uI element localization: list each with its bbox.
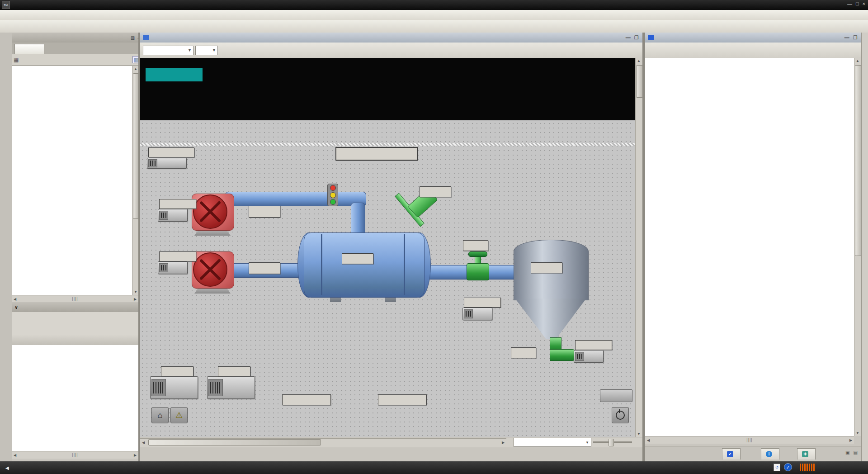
hmi-button-drain-2[interactable] xyxy=(574,350,604,363)
scrollbar-grip[interactable]: |||| xyxy=(72,297,78,301)
hmi-label-mixer[interactable] xyxy=(420,186,451,197)
scroll-left-icon[interactable]: ◀ xyxy=(12,453,18,457)
tab-diagnostics[interactable]: ✚ xyxy=(797,448,816,460)
hmi-label-valve1[interactable] xyxy=(463,240,488,251)
close-icon[interactable]: × xyxy=(863,1,865,6)
canvas-vscrollbar[interactable]: ▲ ▼ xyxy=(635,58,643,437)
zoom-slider-thumb[interactable] xyxy=(609,439,614,446)
tab-info[interactable]: i xyxy=(761,448,779,460)
hmi-button-system-switch[interactable] xyxy=(150,376,198,399)
scroll-right-icon[interactable]: ▶ xyxy=(132,453,138,457)
scrollbar-thumb[interactable] xyxy=(636,65,643,98)
main-toolbar xyxy=(0,20,868,33)
device-view-icon[interactable]: ▦ xyxy=(14,57,19,63)
dock-up-icon[interactable]: ▤ xyxy=(854,450,858,455)
hmi-label-cycle-trigger[interactable] xyxy=(148,147,194,157)
hmi-label-system-switch[interactable] xyxy=(161,366,193,376)
project-tree-vscrollbar[interactable]: ▲ ▼ xyxy=(132,66,139,295)
script-code-area[interactable] xyxy=(645,58,854,436)
scroll-left-icon[interactable]: ◀ xyxy=(140,441,146,445)
hmi-button-cycle-trigger[interactable] xyxy=(147,158,187,169)
dock-down-icon[interactable]: ▣ xyxy=(845,450,849,455)
scrollbar-grip[interactable]: |||| xyxy=(72,453,78,457)
power-button[interactable] xyxy=(612,407,629,423)
project-tree-tabrow xyxy=(12,43,138,55)
valve1-body[interactable] xyxy=(467,263,489,280)
hmi-label-drain-control-2[interactable] xyxy=(575,340,612,350)
pin-panel-icon[interactable]: ▥ xyxy=(131,35,135,40)
hmi-label-water[interactable] xyxy=(249,262,280,274)
minimize-editor-icon[interactable]: — xyxy=(626,35,631,41)
window-titlebar: TIA — □ × xyxy=(0,0,868,10)
hmi-button-feed-2[interactable] xyxy=(158,261,188,274)
green-light-icon xyxy=(330,199,336,205)
scrollbar-grip[interactable]: |||| xyxy=(746,438,752,442)
screen-editor-breadcrumb: — ❐ × xyxy=(140,33,648,43)
gauge-mix-tank-level[interactable] xyxy=(266,315,346,394)
hmi-label-gauge1[interactable] xyxy=(282,394,331,405)
canvas-bottom-bar: ◀ ▶ ▼ xyxy=(140,437,642,447)
float-editor-icon[interactable]: ❐ xyxy=(853,35,858,41)
status-light-stack[interactable] xyxy=(327,184,338,206)
scroll-right-icon[interactable]: ▶ xyxy=(132,297,138,301)
hmi-title-box[interactable] xyxy=(335,147,418,161)
portal-view-button[interactable]: ◀ xyxy=(0,465,18,470)
hmi-label-acid[interactable] xyxy=(249,206,280,218)
hmi-button-mode-switch[interactable] xyxy=(207,376,255,399)
scroll-up-icon[interactable]: ▲ xyxy=(854,59,861,63)
tab-devices[interactable] xyxy=(14,44,44,55)
hmi-label-gauge2[interactable] xyxy=(378,394,427,405)
hmi-screen-canvas[interactable]: ⌂ ⚠ xyxy=(140,58,635,437)
window-controls[interactable]: — □ × xyxy=(847,1,865,6)
project-tree-hscrollbar[interactable]: ◀ |||| ▶ xyxy=(12,295,138,303)
scroll-left-icon[interactable]: ◀ xyxy=(645,438,651,442)
zoom-select[interactable]: ▼ xyxy=(514,438,591,447)
hmi-button-feed-1[interactable] xyxy=(158,209,188,222)
canvas-hscrollbar[interactable]: ◀ ▶ xyxy=(140,438,506,446)
hmi-label-valve2[interactable] xyxy=(511,347,536,358)
maximize-icon[interactable]: □ xyxy=(856,1,859,6)
alarm-button[interactable]: ⚠ xyxy=(170,407,188,423)
script-hscrollbar[interactable]: ◀ |||| ▶ xyxy=(645,436,854,444)
project-tree-header: ▥ ◀ xyxy=(12,33,144,43)
project-tree-list[interactable] xyxy=(12,66,132,295)
gauge-storage-tank-level[interactable] xyxy=(362,315,442,394)
hmi-label-mode-switch[interactable] xyxy=(218,366,250,376)
hmi-label-feed-control-1[interactable] xyxy=(159,199,196,209)
tab-properties[interactable]: ✔ xyxy=(722,448,741,460)
hmi-label-drain-control-1[interactable] xyxy=(464,298,501,308)
pump1-fan-icon[interactable] xyxy=(193,194,227,229)
scroll-up-icon[interactable]: ▲ xyxy=(132,67,139,71)
template-boundary xyxy=(140,143,635,146)
font-size-select[interactable]: ▼ xyxy=(195,46,218,55)
hmi-label-feed-control-2[interactable] xyxy=(159,251,196,261)
chevron-down-icon[interactable]: ∨ xyxy=(14,305,18,310)
scroll-right-icon[interactable]: ▶ xyxy=(500,441,506,445)
scroll-left-icon[interactable]: ◀ xyxy=(12,297,18,301)
script-vscrollbar[interactable]: ▲ ▼ xyxy=(854,58,862,436)
task-card-strip xyxy=(0,33,12,461)
details-view-blank xyxy=(12,312,138,335)
hmi-label-mix-tank[interactable] xyxy=(342,253,373,264)
scroll-down-icon[interactable]: ▼ xyxy=(854,431,861,435)
storage-tank-cone xyxy=(514,299,588,339)
scrollbar-thumb[interactable] xyxy=(148,439,321,446)
minimize-editor-icon[interactable]: — xyxy=(844,35,849,41)
font-family-select[interactable]: ▼ xyxy=(143,46,193,55)
scroll-right-icon[interactable]: ▶ xyxy=(848,438,854,442)
hmi-label-storage-tank[interactable] xyxy=(531,262,562,273)
valve1-handwheel[interactable] xyxy=(468,251,487,257)
details-view-rows[interactable] xyxy=(12,345,138,451)
details-view-hscrollbar[interactable]: ◀ |||| ▶ xyxy=(12,451,138,459)
hmi-button-prev-page[interactable] xyxy=(600,389,632,402)
scroll-down-icon[interactable]: ▼ xyxy=(132,290,139,294)
scrollbar-thumb[interactable] xyxy=(855,65,862,256)
home-button[interactable]: ⌂ xyxy=(151,407,169,423)
scroll-down-icon[interactable]: ▼ xyxy=(636,432,642,436)
minimize-icon[interactable]: — xyxy=(847,1,852,6)
scroll-up-icon[interactable]: ▲ xyxy=(636,59,642,63)
float-editor-icon[interactable]: ❐ xyxy=(634,35,639,41)
hmi-button-drain-1[interactable] xyxy=(462,308,492,320)
power-icon xyxy=(616,411,625,420)
pump2-fan-icon[interactable] xyxy=(193,252,227,287)
